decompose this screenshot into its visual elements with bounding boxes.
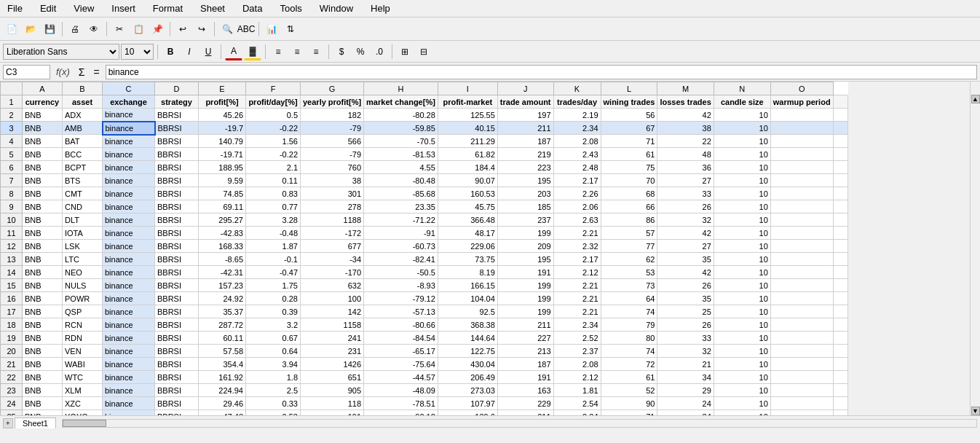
- table-cell[interactable]: [833, 318, 847, 332]
- table-cell[interactable]: BBRSI: [155, 135, 199, 148]
- table-cell[interactable]: BBRSI: [155, 279, 199, 292]
- table-cell[interactable]: 1.87: [246, 240, 301, 253]
- table-cell[interactable]: binance: [103, 148, 155, 161]
- table-cell[interactable]: -0.22: [246, 122, 301, 135]
- table-cell[interactable]: 9.59: [199, 174, 246, 187]
- table-cell[interactable]: 199: [497, 292, 553, 305]
- font-size-select[interactable]: 10: [121, 44, 154, 60]
- table-cell[interactable]: 73.75: [438, 253, 497, 266]
- table-cell[interactable]: 35: [657, 292, 714, 305]
- table-cell[interactable]: 1.81: [553, 384, 601, 397]
- table-cell[interactable]: BNB: [23, 135, 63, 148]
- table-cell[interactable]: 273.03: [438, 384, 497, 397]
- table-cell[interactable]: [770, 174, 833, 187]
- table-cell[interactable]: -78.51: [364, 397, 438, 410]
- table-cell[interactable]: 0.64: [246, 345, 301, 358]
- equals-button[interactable]: =: [90, 66, 102, 78]
- table-cell[interactable]: [833, 384, 847, 397]
- table-cell[interactable]: 61: [601, 371, 657, 384]
- table-cell[interactable]: profit/day[%]: [246, 95, 301, 109]
- table-cell[interactable]: 27: [657, 174, 714, 187]
- table-cell[interactable]: BNB: [23, 148, 63, 161]
- table-cell[interactable]: 1158: [301, 318, 364, 332]
- table-cell[interactable]: [833, 253, 847, 266]
- table-cell[interactable]: 2.54: [553, 397, 601, 410]
- table-cell[interactable]: binance: [103, 305, 155, 318]
- table-cell[interactable]: 22: [657, 135, 714, 148]
- col-header-H[interactable]: H: [364, 82, 438, 95]
- table-cell[interactable]: [770, 371, 833, 384]
- table-cell[interactable]: 295.27: [199, 213, 246, 227]
- table-cell[interactable]: profit-market: [438, 95, 497, 109]
- table-cell[interactable]: currency: [23, 95, 63, 109]
- table-cell[interactable]: binance: [103, 292, 155, 305]
- table-cell[interactable]: binance: [103, 332, 155, 345]
- col-header-F[interactable]: F: [246, 82, 301, 95]
- cell-reference-input[interactable]: [3, 65, 50, 79]
- table-cell[interactable]: 2.17: [553, 174, 601, 187]
- italic-btn[interactable]: I: [181, 43, 198, 60]
- table-cell[interactable]: binance: [103, 122, 155, 135]
- row-header-2[interactable]: 2: [1, 109, 23, 122]
- table-cell[interactable]: 231: [301, 345, 364, 358]
- table-cell[interactable]: [770, 397, 833, 410]
- table-cell[interactable]: [770, 187, 833, 200]
- table-cell[interactable]: exchange: [103, 95, 155, 109]
- table-cell[interactable]: 195: [497, 174, 553, 187]
- print-btn[interactable]: 🖨: [66, 20, 84, 38]
- table-cell[interactable]: RCN: [63, 318, 103, 332]
- underline-btn[interactable]: U: [199, 43, 217, 60]
- table-cell[interactable]: 74: [601, 345, 657, 358]
- table-cell[interactable]: -80.66: [364, 318, 438, 332]
- table-cell[interactable]: strategy: [155, 95, 199, 109]
- formula-input[interactable]: [106, 65, 977, 79]
- table-cell[interactable]: 42: [657, 266, 714, 279]
- table-cell[interactable]: XLM: [63, 384, 103, 397]
- menu-view[interactable]: View: [69, 1, 98, 15]
- table-cell[interactable]: 219: [497, 148, 553, 161]
- table-cell[interactable]: BNB: [23, 397, 63, 410]
- align-center-btn[interactable]: ≡: [288, 43, 306, 60]
- table-cell[interactable]: BBRSI: [155, 174, 199, 187]
- sigma-button[interactable]: Σ: [76, 66, 88, 78]
- table-cell[interactable]: binance: [103, 384, 155, 397]
- col-header-E[interactable]: E: [199, 82, 246, 95]
- table-cell[interactable]: 10: [714, 122, 770, 135]
- table-cell[interactable]: [770, 332, 833, 345]
- row-header-1[interactable]: 1: [1, 95, 23, 109]
- table-cell[interactable]: binance: [103, 358, 155, 371]
- table-cell[interactable]: BNB: [23, 318, 63, 332]
- table-cell[interactable]: 48.17: [438, 227, 497, 240]
- table-cell[interactable]: BCC: [63, 148, 103, 161]
- table-cell[interactable]: binance: [103, 135, 155, 148]
- table-cell[interactable]: 10: [714, 135, 770, 148]
- table-cell[interactable]: candle size: [714, 95, 770, 109]
- table-cell[interactable]: 187: [497, 135, 553, 148]
- table-cell[interactable]: 199: [497, 279, 553, 292]
- table-cell[interactable]: 10: [714, 292, 770, 305]
- table-cell[interactable]: 2.08: [553, 135, 601, 148]
- table-cell[interactable]: 905: [301, 384, 364, 397]
- border-btn[interactable]: ⊞: [396, 43, 414, 60]
- table-cell[interactable]: 125.55: [438, 109, 497, 122]
- table-cell[interactable]: [833, 135, 847, 148]
- table-cell[interactable]: -75.64: [364, 358, 438, 371]
- table-cell[interactable]: BAT: [63, 135, 103, 148]
- table-cell[interactable]: 0.5: [246, 109, 301, 122]
- table-cell[interactable]: 199: [497, 227, 553, 240]
- table-cell[interactable]: YOYO: [63, 410, 103, 416]
- table-cell[interactable]: 34: [657, 410, 714, 416]
- table-cell[interactable]: -8.65: [199, 253, 246, 266]
- table-cell[interactable]: 0.53: [246, 410, 301, 416]
- table-cell[interactable]: 38: [657, 122, 714, 135]
- table-cell[interactable]: -85.68: [364, 187, 438, 200]
- table-cell[interactable]: AMB: [63, 122, 103, 135]
- table-cell[interactable]: 45.75: [438, 200, 497, 213]
- row-header-10[interactable]: 10: [1, 213, 23, 227]
- table-cell[interactable]: NULS: [63, 279, 103, 292]
- col-header-A[interactable]: A: [23, 82, 63, 95]
- table-cell[interactable]: 34: [657, 371, 714, 384]
- table-cell[interactable]: [770, 266, 833, 279]
- table-cell[interactable]: 10: [714, 253, 770, 266]
- table-cell[interactable]: 10: [714, 266, 770, 279]
